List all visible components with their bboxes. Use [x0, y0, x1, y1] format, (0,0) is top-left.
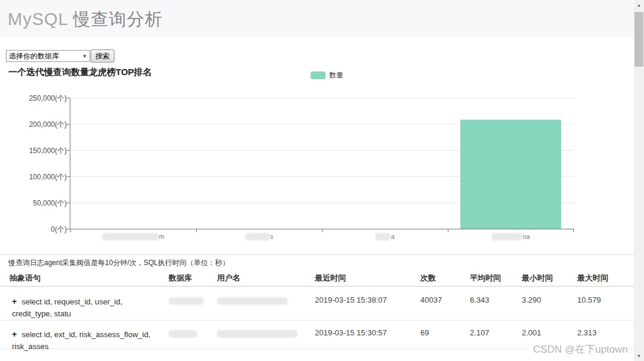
x-category-suffix: s: [270, 233, 274, 240]
database-cell: [169, 287, 217, 320]
x-category-label: a: [322, 232, 448, 241]
scroll-up-icon[interactable]: ▲: [634, 0, 644, 10]
x-category-suffix: m: [159, 233, 164, 240]
chart-legend[interactable]: 数量: [311, 70, 343, 80]
censored-label-blur: [245, 233, 270, 241]
statement-cell: +select id, ext_id, risk_assess_flow_id,…: [0, 320, 169, 353]
bar-slot: [196, 98, 322, 229]
col-header-min-time: 最小时间: [522, 271, 577, 286]
avg-time-cell: 2.107: [470, 320, 522, 353]
censored-value-blur: [169, 330, 197, 338]
search-button[interactable]: 搜索: [91, 49, 114, 63]
y-tick-label: 100,000(个): [12, 172, 67, 182]
bar-slot: [448, 98, 574, 229]
min-time-cell: 3.290: [522, 287, 577, 320]
max-time-cell: 10.579: [577, 287, 634, 320]
scrollbar-thumb[interactable]: [634, 12, 643, 67]
col-header-avg-time: 平均时间: [470, 271, 522, 286]
scroll-down-icon[interactable]: ▼: [634, 351, 644, 361]
censored-label-blur: [491, 233, 522, 241]
y-tick-label: 50,000(个): [12, 198, 67, 208]
col-header-database: 数据库: [169, 271, 217, 286]
y-tick-label: 200,000(个): [12, 120, 67, 130]
x-category-suffix: na: [522, 233, 530, 240]
statement-text: risk_asses: [12, 341, 147, 353]
bar-series-数量[interactable]: [460, 120, 561, 229]
bar-slot: [322, 98, 448, 229]
slow-query-table: 抽象语句 数据库 用户名 最近时间 次数 平均时间 最小时间 最大时间 +sel…: [0, 271, 634, 349]
censored-value-blur: [169, 297, 203, 305]
col-header-username: 用户名: [217, 271, 315, 286]
last-time-cell: 2019-03-15 15:30:57: [315, 320, 420, 353]
table-row: +select id, request_id, user_id, credit_…: [0, 287, 634, 320]
col-header-count: 次数: [420, 271, 470, 286]
legend-swatch: [311, 71, 326, 79]
col-header-last-time: 最近时间: [315, 271, 420, 286]
x-category-label: na: [448, 232, 574, 241]
page-header: MySQL 慢查询分析: [0, 0, 634, 37]
x-category-suffix: a: [391, 233, 394, 240]
censored-label-blur: [102, 233, 159, 241]
y-tick-label: 250,000(个): [12, 94, 67, 104]
database-select[interactable]: 选择你的数据库 ▼: [6, 50, 90, 62]
col-header-statement: 抽象语句: [0, 271, 169, 286]
csdn-watermark: CSDN @在下uptown: [530, 343, 628, 356]
censored-label-blur: [375, 233, 391, 241]
col-header-max-time: 最大时间: [577, 271, 634, 286]
chevron-down-icon: ▼: [82, 54, 87, 59]
y-tick-label: 150,000(个): [12, 146, 67, 156]
y-tick-label: 0(个): [12, 225, 67, 235]
statement-text: select id, ext_id, risk_assess_flow_id,: [21, 330, 150, 339]
page-title-product: MySQL: [8, 10, 68, 29]
last-time-cell: 2019-03-15 15:38:07: [315, 287, 420, 320]
x-category-label: m: [70, 232, 196, 241]
bar-slot: [70, 98, 196, 229]
count-cell: 69: [420, 320, 470, 353]
avg-time-cell: 6.343: [470, 287, 522, 320]
page-title-text: 慢查询分析: [73, 10, 163, 29]
statement-cell: +select id, request_id, user_id, credit_…: [0, 287, 169, 320]
censored-value-blur: [217, 297, 287, 305]
count-cell: 40037: [420, 287, 470, 320]
expand-plus-icon[interactable]: +: [12, 297, 17, 306]
table-header-row: 抽象语句 数据库 用户名 最近时间 次数 平均时间 最小时间 最大时间: [0, 271, 634, 287]
collection-note: 慢查询日志agent采集阀值是每10分钟/次，SQL执行时间（单位：秒）: [8, 258, 230, 268]
chart-title: 一个迭代慢查询数量龙虎榜TOP排名: [8, 67, 152, 78]
username-cell: [217, 287, 315, 320]
database-select-value: 选择你的数据库: [9, 51, 82, 61]
x-category-label: s: [196, 232, 322, 241]
legend-label: 数量: [329, 70, 343, 80]
username-cell: [217, 320, 315, 353]
section-divider: [0, 254, 634, 255]
database-cell: [169, 320, 217, 353]
statement-text: credit_type, statu: [12, 308, 147, 320]
censored-value-blur: [217, 330, 298, 338]
page-title: MySQL 慢查询分析: [8, 8, 163, 32]
expand-plus-icon[interactable]: +: [12, 329, 17, 339]
vertical-scrollbar[interactable]: ▲ ▼: [634, 0, 644, 361]
statement-text: select id, request_id, user_id,: [21, 297, 122, 306]
